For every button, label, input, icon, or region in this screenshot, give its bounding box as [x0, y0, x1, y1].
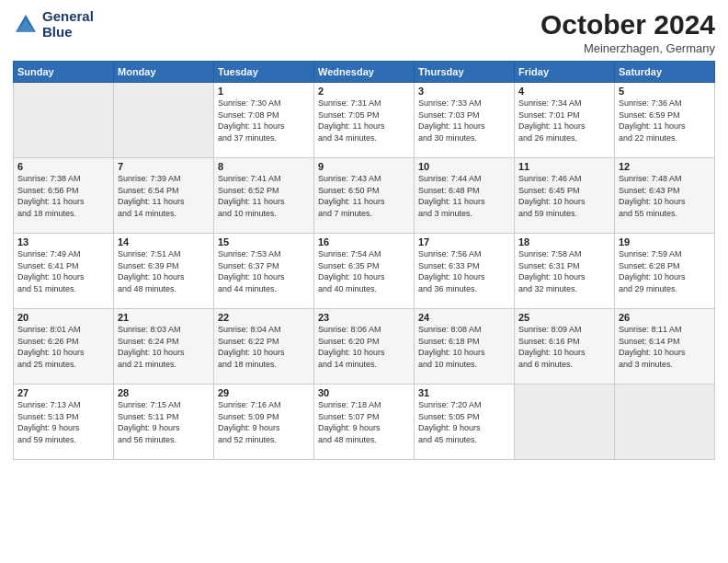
day-cell: 29Sunrise: 7:16 AM Sunset: 5:09 PM Dayli…	[214, 385, 314, 460]
header-day-monday: Monday	[114, 62, 214, 83]
day-cell: 19Sunrise: 7:59 AM Sunset: 6:28 PM Dayli…	[615, 234, 715, 309]
day-info: Sunrise: 7:16 AM Sunset: 5:09 PM Dayligh…	[218, 399, 310, 445]
day-number: 5	[619, 86, 711, 97]
week-row-2: 13Sunrise: 7:49 AM Sunset: 6:41 PM Dayli…	[14, 234, 715, 309]
day-info: Sunrise: 7:49 AM Sunset: 6:41 PM Dayligh…	[17, 248, 109, 294]
day-number: 18	[518, 236, 610, 247]
day-number: 1	[218, 86, 310, 97]
day-info: Sunrise: 7:38 AM Sunset: 6:56 PM Dayligh…	[17, 173, 109, 219]
header-day-friday: Friday	[515, 62, 615, 83]
day-info: Sunrise: 8:08 AM Sunset: 6:18 PM Dayligh…	[418, 324, 510, 370]
day-cell: 4Sunrise: 7:34 AM Sunset: 7:01 PM Daylig…	[515, 83, 615, 158]
day-number: 8	[218, 161, 310, 172]
day-info: Sunrise: 7:46 AM Sunset: 6:45 PM Dayligh…	[518, 173, 610, 219]
day-number: 17	[418, 236, 510, 247]
header-day-sunday: Sunday	[14, 62, 114, 83]
day-number: 6	[17, 161, 109, 172]
day-cell: 16Sunrise: 7:54 AM Sunset: 6:35 PM Dayli…	[314, 234, 415, 309]
day-cell: 27Sunrise: 7:13 AM Sunset: 5:13 PM Dayli…	[14, 385, 114, 460]
day-info: Sunrise: 8:01 AM Sunset: 6:26 PM Dayligh…	[17, 324, 109, 370]
day-info: Sunrise: 7:13 AM Sunset: 5:13 PM Dayligh…	[17, 399, 109, 445]
week-row-0: 1Sunrise: 7:30 AM Sunset: 7:08 PM Daylig…	[14, 83, 715, 158]
day-cell: 8Sunrise: 7:41 AM Sunset: 6:52 PM Daylig…	[214, 158, 314, 234]
day-cell	[114, 83, 214, 158]
day-info: Sunrise: 7:34 AM Sunset: 7:01 PM Dayligh…	[518, 98, 610, 144]
day-number: 26	[619, 312, 711, 323]
day-number: 15	[218, 236, 310, 247]
day-number: 9	[318, 161, 410, 172]
day-info: Sunrise: 7:41 AM Sunset: 6:52 PM Dayligh…	[218, 173, 310, 219]
day-cell: 14Sunrise: 7:51 AM Sunset: 6:39 PM Dayli…	[114, 234, 214, 309]
week-row-4: 27Sunrise: 7:13 AM Sunset: 5:13 PM Dayli…	[14, 385, 715, 460]
logo-icon	[13, 12, 39, 38]
day-number: 27	[17, 387, 109, 398]
day-info: Sunrise: 8:06 AM Sunset: 6:20 PM Dayligh…	[318, 324, 410, 370]
day-info: Sunrise: 7:36 AM Sunset: 6:59 PM Dayligh…	[619, 98, 711, 144]
day-number: 25	[518, 312, 610, 323]
header-day-thursday: Thursday	[415, 62, 515, 83]
day-number: 11	[518, 161, 610, 172]
day-number: 2	[318, 86, 410, 97]
day-cell: 5Sunrise: 7:36 AM Sunset: 6:59 PM Daylig…	[615, 83, 715, 158]
day-number: 24	[418, 312, 510, 323]
day-cell: 26Sunrise: 8:11 AM Sunset: 6:14 PM Dayli…	[615, 309, 715, 385]
day-cell: 21Sunrise: 8:03 AM Sunset: 6:24 PM Dayli…	[114, 309, 214, 385]
day-info: Sunrise: 7:18 AM Sunset: 5:07 PM Dayligh…	[318, 399, 410, 445]
day-number: 28	[118, 387, 210, 398]
week-row-3: 20Sunrise: 8:01 AM Sunset: 6:26 PM Dayli…	[14, 309, 715, 385]
day-info: Sunrise: 7:54 AM Sunset: 6:35 PM Dayligh…	[318, 248, 410, 294]
day-info: Sunrise: 7:33 AM Sunset: 7:03 PM Dayligh…	[418, 98, 510, 144]
day-info: Sunrise: 8:03 AM Sunset: 6:24 PM Dayligh…	[118, 324, 210, 370]
day-cell: 13Sunrise: 7:49 AM Sunset: 6:41 PM Dayli…	[14, 234, 114, 309]
day-cell: 10Sunrise: 7:44 AM Sunset: 6:48 PM Dayli…	[415, 158, 515, 234]
day-number: 31	[418, 387, 510, 398]
calendar-table: SundayMondayTuesdayWednesdayThursdayFrid…	[13, 61, 715, 460]
day-cell: 30Sunrise: 7:18 AM Sunset: 5:07 PM Dayli…	[314, 385, 415, 460]
day-cell: 12Sunrise: 7:48 AM Sunset: 6:43 PM Dayli…	[615, 158, 715, 234]
day-number: 10	[418, 161, 510, 172]
day-cell: 9Sunrise: 7:43 AM Sunset: 6:50 PM Daylig…	[314, 158, 415, 234]
header-day-tuesday: Tuesday	[214, 62, 314, 83]
day-number: 4	[518, 86, 610, 97]
day-cell: 20Sunrise: 8:01 AM Sunset: 6:26 PM Dayli…	[14, 309, 114, 385]
logo: General Blue	[13, 9, 94, 40]
day-info: Sunrise: 7:30 AM Sunset: 7:08 PM Dayligh…	[218, 98, 310, 144]
day-number: 16	[318, 236, 410, 247]
day-info: Sunrise: 7:58 AM Sunset: 6:31 PM Dayligh…	[518, 248, 610, 294]
day-number: 7	[118, 161, 210, 172]
calendar-body: 1Sunrise: 7:30 AM Sunset: 7:08 PM Daylig…	[14, 83, 715, 460]
title-location: Meinerzhagen, Germany	[540, 41, 715, 55]
day-number: 12	[619, 161, 711, 172]
header-row: SundayMondayTuesdayWednesdayThursdayFrid…	[14, 62, 715, 83]
header-day-saturday: Saturday	[615, 62, 715, 83]
day-cell: 11Sunrise: 7:46 AM Sunset: 6:45 PM Dayli…	[515, 158, 615, 234]
week-row-1: 6Sunrise: 7:38 AM Sunset: 6:56 PM Daylig…	[14, 158, 715, 234]
day-info: Sunrise: 7:20 AM Sunset: 5:05 PM Dayligh…	[418, 399, 510, 445]
day-info: Sunrise: 7:53 AM Sunset: 6:37 PM Dayligh…	[218, 248, 310, 294]
day-info: Sunrise: 7:51 AM Sunset: 6:39 PM Dayligh…	[118, 248, 210, 294]
day-number: 23	[318, 312, 410, 323]
header-day-wednesday: Wednesday	[314, 62, 415, 83]
day-number: 29	[218, 387, 310, 398]
day-info: Sunrise: 8:11 AM Sunset: 6:14 PM Dayligh…	[619, 324, 711, 370]
day-cell: 3Sunrise: 7:33 AM Sunset: 7:03 PM Daylig…	[415, 83, 515, 158]
title-block: October 2024 Meinerzhagen, Germany	[540, 9, 715, 55]
day-number: 21	[118, 312, 210, 323]
day-number: 14	[118, 236, 210, 247]
day-cell	[14, 83, 114, 158]
day-cell: 24Sunrise: 8:08 AM Sunset: 6:18 PM Dayli…	[415, 309, 515, 385]
day-info: Sunrise: 8:09 AM Sunset: 6:16 PM Dayligh…	[518, 324, 610, 370]
day-cell: 18Sunrise: 7:58 AM Sunset: 6:31 PM Dayli…	[515, 234, 615, 309]
day-info: Sunrise: 7:44 AM Sunset: 6:48 PM Dayligh…	[418, 173, 510, 219]
day-number: 13	[17, 236, 109, 247]
day-number: 30	[318, 387, 410, 398]
day-cell	[615, 385, 715, 460]
day-cell: 2Sunrise: 7:31 AM Sunset: 7:05 PM Daylig…	[314, 83, 415, 158]
day-info: Sunrise: 7:15 AM Sunset: 5:11 PM Dayligh…	[118, 399, 210, 445]
day-cell: 17Sunrise: 7:56 AM Sunset: 6:33 PM Dayli…	[415, 234, 515, 309]
day-number: 19	[619, 236, 711, 247]
day-info: Sunrise: 7:59 AM Sunset: 6:28 PM Dayligh…	[619, 248, 711, 294]
day-cell: 7Sunrise: 7:39 AM Sunset: 6:54 PM Daylig…	[114, 158, 214, 234]
day-info: Sunrise: 7:31 AM Sunset: 7:05 PM Dayligh…	[318, 98, 410, 144]
day-info: Sunrise: 8:04 AM Sunset: 6:22 PM Dayligh…	[218, 324, 310, 370]
